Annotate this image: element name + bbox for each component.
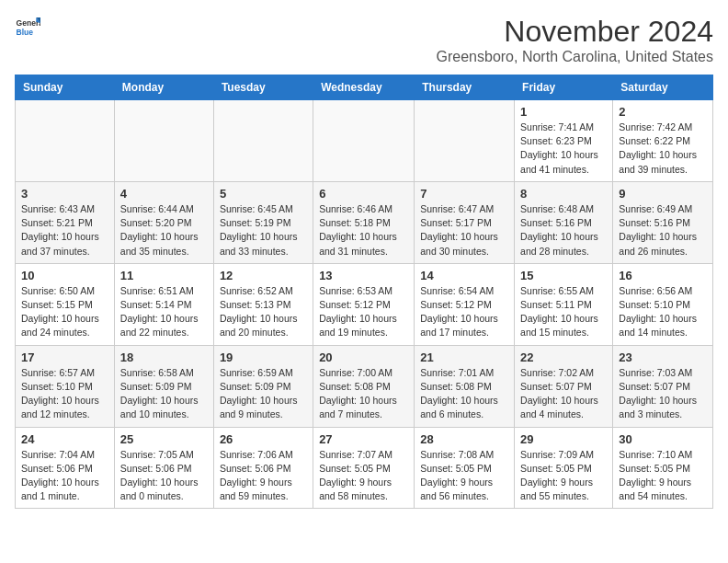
calendar-week-5: 24Sunrise: 7:04 AMSunset: 5:06 PMDayligh… [16,427,713,509]
day-number: 12 [220,269,307,282]
calendar-cell: 21Sunrise: 7:01 AMSunset: 5:08 PMDayligh… [415,345,515,427]
calendar-cell: 17Sunrise: 6:57 AMSunset: 5:10 PMDayligh… [16,345,115,427]
calendar-cell: 22Sunrise: 7:02 AMSunset: 5:07 PMDayligh… [515,345,613,427]
day-number: 29 [520,432,607,446]
svg-text:Blue: Blue [17,28,34,37]
day-number: 19 [220,350,307,364]
weekday-header-friday: Friday [515,75,613,100]
day-number: 6 [319,187,408,201]
day-number: 9 [619,187,707,201]
calendar-cell: 9Sunrise: 6:49 AMSunset: 5:16 PMDaylight… [613,181,713,263]
day-info: Sunrise: 6:50 AMSunset: 5:15 PMDaylight:… [21,284,108,340]
calendar-cell: 1Sunrise: 7:41 AMSunset: 6:23 PMDaylight… [515,100,613,182]
day-number: 8 [520,187,607,201]
calendar-cell [415,100,515,182]
calendar-cell: 26Sunrise: 7:06 AMSunset: 5:06 PMDayligh… [213,427,313,509]
calendar-cell: 20Sunrise: 7:00 AMSunset: 5:08 PMDayligh… [313,345,415,427]
day-number: 24 [21,432,108,446]
calendar-cell: 6Sunrise: 6:46 AMSunset: 5:18 PMDaylight… [313,181,415,263]
day-info: Sunrise: 6:43 AMSunset: 5:21 PMDaylight:… [21,202,108,259]
calendar-cell [213,100,313,182]
calendar-cell: 27Sunrise: 7:07 AMSunset: 5:05 PMDayligh… [313,427,415,509]
day-info: Sunrise: 7:09 AMSunset: 5:05 PMDaylight:… [520,448,607,504]
calendar-cell: 2Sunrise: 7:42 AMSunset: 6:22 PMDaylight… [613,100,713,182]
calendar-cell [16,100,115,182]
calendar-cell: 13Sunrise: 6:53 AMSunset: 5:12 PMDayligh… [313,263,415,345]
calendar-cell: 8Sunrise: 6:48 AMSunset: 5:16 PMDaylight… [515,181,613,263]
calendar-week-4: 17Sunrise: 6:57 AMSunset: 5:10 PMDayligh… [16,345,713,427]
day-number: 20 [319,350,408,364]
day-info: Sunrise: 6:49 AMSunset: 5:16 PMDaylight:… [619,202,707,259]
calendar-week-2: 3Sunrise: 6:43 AMSunset: 5:21 PMDaylight… [16,181,713,263]
calendar-week-1: 1Sunrise: 7:41 AMSunset: 6:23 PMDaylight… [16,100,713,182]
day-info: Sunrise: 6:45 AMSunset: 5:19 PMDaylight:… [220,202,307,259]
day-number: 5 [220,187,307,201]
day-info: Sunrise: 6:46 AMSunset: 5:18 PMDaylight:… [319,202,408,259]
calendar-cell: 24Sunrise: 7:04 AMSunset: 5:06 PMDayligh… [16,427,115,509]
calendar-cell: 16Sunrise: 6:56 AMSunset: 5:10 PMDayligh… [613,263,713,345]
day-info: Sunrise: 6:58 AMSunset: 5:09 PMDaylight:… [120,366,208,422]
calendar-cell: 14Sunrise: 6:54 AMSunset: 5:12 PMDayligh… [415,263,515,345]
day-info: Sunrise: 7:06 AMSunset: 5:06 PMDaylight:… [220,448,307,504]
day-info: Sunrise: 7:42 AMSunset: 6:22 PMDaylight:… [619,121,707,177]
calendar-cell: 10Sunrise: 6:50 AMSunset: 5:15 PMDayligh… [16,263,115,345]
calendar-cell: 15Sunrise: 6:55 AMSunset: 5:11 PMDayligh… [515,263,613,345]
weekday-header-wednesday: Wednesday [313,75,415,100]
calendar-cell: 18Sunrise: 6:58 AMSunset: 5:09 PMDayligh… [114,345,213,427]
calendar-week-3: 10Sunrise: 6:50 AMSunset: 5:15 PMDayligh… [16,263,713,345]
day-number: 4 [120,187,208,201]
weekday-header-tuesday: Tuesday [213,75,313,100]
day-info: Sunrise: 6:52 AMSunset: 5:13 PMDaylight:… [220,284,307,340]
month-title: November 2024 [437,15,713,49]
day-info: Sunrise: 6:48 AMSunset: 5:16 PMDaylight:… [520,202,607,259]
title-area: November 2024 Greensboro, North Carolina… [437,15,713,65]
day-number: 16 [619,269,707,282]
day-info: Sunrise: 7:01 AMSunset: 5:08 PMDaylight:… [420,366,508,422]
weekday-header-monday: Monday [114,75,213,100]
calendar-cell: 28Sunrise: 7:08 AMSunset: 5:05 PMDayligh… [415,427,515,509]
day-number: 22 [520,350,607,364]
day-info: Sunrise: 7:03 AMSunset: 5:07 PMDaylight:… [619,366,707,422]
day-info: Sunrise: 7:00 AMSunset: 5:08 PMDaylight:… [319,366,408,422]
calendar-cell: 7Sunrise: 6:47 AMSunset: 5:17 PMDaylight… [415,181,515,263]
day-number: 17 [21,350,108,364]
day-number: 30 [619,432,707,446]
day-number: 23 [619,350,707,364]
day-info: Sunrise: 6:47 AMSunset: 5:17 PMDaylight:… [420,202,508,259]
day-number: 1 [520,105,607,119]
day-info: Sunrise: 7:41 AMSunset: 6:23 PMDaylight:… [520,121,607,177]
calendar-cell: 3Sunrise: 6:43 AMSunset: 5:21 PMDaylight… [16,181,115,263]
calendar-cell: 12Sunrise: 6:52 AMSunset: 5:13 PMDayligh… [213,263,313,345]
page-header: General Blue November 2024 Greensboro, N… [15,15,713,65]
day-number: 27 [319,432,408,446]
day-number: 7 [420,187,508,201]
day-info: Sunrise: 6:54 AMSunset: 5:12 PMDaylight:… [420,284,508,340]
day-number: 2 [619,105,707,119]
day-number: 26 [220,432,307,446]
day-info: Sunrise: 6:44 AMSunset: 5:20 PMDaylight:… [120,202,208,259]
day-number: 28 [420,432,508,446]
calendar-cell: 4Sunrise: 6:44 AMSunset: 5:20 PMDaylight… [114,181,213,263]
calendar-cell: 30Sunrise: 7:10 AMSunset: 5:05 PMDayligh… [613,427,713,509]
day-info: Sunrise: 7:10 AMSunset: 5:05 PMDaylight:… [619,448,707,504]
location-title: Greensboro, North Carolina, United State… [437,49,713,65]
calendar-cell: 29Sunrise: 7:09 AMSunset: 5:05 PMDayligh… [515,427,613,509]
logo: General Blue [15,15,40,40]
day-info: Sunrise: 6:53 AMSunset: 5:12 PMDaylight:… [319,284,408,340]
day-info: Sunrise: 7:02 AMSunset: 5:07 PMDaylight:… [520,366,607,422]
weekday-header-row: SundayMondayTuesdayWednesdayThursdayFrid… [16,75,713,100]
day-info: Sunrise: 6:59 AMSunset: 5:09 PMDaylight:… [220,366,307,422]
weekday-header-thursday: Thursday [415,75,515,100]
calendar-cell: 19Sunrise: 6:59 AMSunset: 5:09 PMDayligh… [213,345,313,427]
day-number: 13 [319,269,408,282]
calendar-table: SundayMondayTuesdayWednesdayThursdayFrid… [15,75,713,509]
day-number: 18 [120,350,208,364]
weekday-header-saturday: Saturday [613,75,713,100]
day-info: Sunrise: 6:57 AMSunset: 5:10 PMDaylight:… [21,366,108,422]
weekday-header-sunday: Sunday [16,75,115,100]
day-number: 10 [21,269,108,282]
day-number: 11 [120,269,208,282]
calendar-cell: 25Sunrise: 7:05 AMSunset: 5:06 PMDayligh… [114,427,213,509]
calendar-cell: 11Sunrise: 6:51 AMSunset: 5:14 PMDayligh… [114,263,213,345]
day-info: Sunrise: 6:51 AMSunset: 5:14 PMDaylight:… [120,284,208,340]
